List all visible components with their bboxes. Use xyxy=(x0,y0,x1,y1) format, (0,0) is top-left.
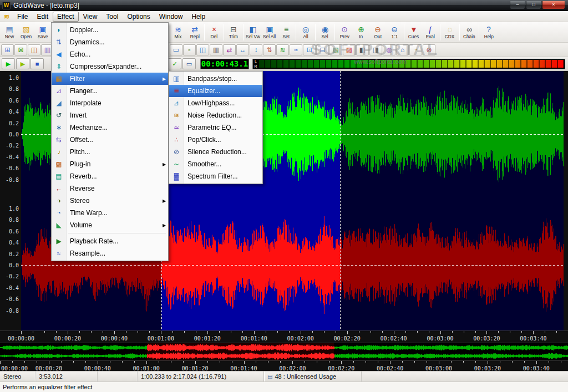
amplitude-label: -0.8 xyxy=(6,307,19,313)
menu-tool[interactable]: Tool xyxy=(102,12,123,22)
menu-help[interactable]: Help xyxy=(187,12,210,22)
snap-left-button[interactable]: ◧ xyxy=(356,44,369,55)
menu-item-mechanize[interactable]: ∗Mechanize... xyxy=(52,121,168,134)
time-ruler[interactable]: 00:00:0000:00:2000:00:4000:01:0000:01:20… xyxy=(0,330,568,343)
menu-item-label: Parametric EQ... xyxy=(184,124,255,131)
monitor-toggle-button[interactable]: ✓ xyxy=(168,58,181,69)
properties-button[interactable]: ◍ xyxy=(383,44,395,55)
menu-options[interactable]: Options xyxy=(123,12,154,22)
ruler-tick xyxy=(533,331,534,334)
menu-item-bandpass-stop[interactable]: ▥Bandpass/stop... xyxy=(169,73,262,85)
help-button[interactable]: ?Help xyxy=(480,23,497,42)
zoom-selection-button[interactable]: ◉Sel xyxy=(317,23,333,42)
new-button[interactable]: ▤New xyxy=(1,23,18,42)
expand-vertical-button[interactable]: ↕ xyxy=(250,44,262,55)
menu-item-smoother[interactable]: ∼Smoother... xyxy=(169,158,262,170)
menu-item-dynamics[interactable]: ⇅Dynamics... xyxy=(52,36,168,48)
amplitude-label: -0.4 xyxy=(6,154,19,160)
select-view-button[interactable]: ◧Sel Vw xyxy=(245,23,261,42)
menu-item-equalizer[interactable]: ≣Equalizer... xyxy=(169,85,262,97)
zoom-all-button[interactable]: ◎All xyxy=(297,23,314,42)
control-window-button[interactable]: ▭ xyxy=(182,58,196,69)
overview-canvas[interactable] xyxy=(0,343,568,360)
menu-item-invert[interactable]: ↺Invert xyxy=(52,109,168,121)
ruler-tick xyxy=(359,331,359,333)
info-button[interactable]: ⊘ xyxy=(423,44,435,55)
menu-file[interactable]: File xyxy=(13,12,32,22)
save-button[interactable]: ▣Save xyxy=(34,23,51,42)
menu-item-reverb[interactable]: ▤Reverb... xyxy=(52,170,168,182)
replace-button[interactable]: ⇄Repl xyxy=(186,23,203,42)
view-grid-button[interactable]: ▥ xyxy=(210,44,222,55)
zoom-1-1-button[interactable]: ⊜1:1 xyxy=(386,23,403,42)
select-all-button[interactable]: ▣Sel All xyxy=(261,23,278,42)
amplitude-label: 0.6 xyxy=(9,228,19,234)
menu-edit[interactable]: Edit xyxy=(32,12,53,22)
trim-button[interactable]: ⊟Trim xyxy=(225,23,242,42)
evaluate-button[interactable]: ƒEval xyxy=(422,23,439,42)
minimize-button[interactable]: – xyxy=(510,1,525,9)
close-button[interactable]: × xyxy=(542,1,565,9)
marker-finish-button[interactable]: ▨ xyxy=(343,44,356,55)
menu-item-plug-in[interactable]: ▩Plug-in▶ xyxy=(52,158,168,170)
menu-item-playback-rate[interactable]: ▶Playback Rate... xyxy=(52,235,168,247)
zoom-in-button[interactable]: ⊕In xyxy=(353,23,369,42)
set-button[interactable]: ≡Set xyxy=(278,23,295,42)
marker-start-button[interactable]: ▧ xyxy=(329,44,342,55)
play-button[interactable]: ▶ xyxy=(2,58,15,69)
menu-item-volume[interactable]: ◣Volume▶ xyxy=(52,219,168,231)
menu-item-silence-reduction[interactable]: ⊘Silence Reduction... xyxy=(169,146,262,158)
mix-icon: ≋ xyxy=(175,25,181,34)
menu-window[interactable]: Window xyxy=(155,12,187,22)
menu-item-filter[interactable]: ▦Filter▶ xyxy=(52,73,168,85)
cues-button[interactable]: ▼Cues xyxy=(405,23,422,42)
view-selection-button[interactable]: ▫ xyxy=(183,44,196,55)
timer-button[interactable]: ◔ xyxy=(409,44,422,55)
menu-view[interactable]: View xyxy=(79,12,102,22)
open-button[interactable]: ▧Open xyxy=(18,23,34,42)
menu-item-resample[interactable]: ≈Resample... xyxy=(52,247,168,259)
menu-item-compressor-expander[interactable]: ⇕Compressor/Expander... xyxy=(52,60,168,73)
mute-button[interactable]: ◫ xyxy=(28,44,40,55)
scroll-lock-button[interactable]: ⇅ xyxy=(263,44,276,55)
zoom-out-icon: ⊖ xyxy=(374,25,381,34)
swap-channels-button[interactable]: ⇄ xyxy=(223,44,236,55)
menu-item-pitch[interactable]: ♪Pitch... xyxy=(52,146,168,158)
wave-view-button[interactable]: ≋ xyxy=(276,44,289,55)
spectrum-view-button[interactable]: ≈ xyxy=(290,44,302,55)
menu-item-low-highpass[interactable]: ⊿Low/Highpass... xyxy=(169,97,262,109)
zoom-previous-button[interactable]: ⊙Prev xyxy=(336,23,353,42)
view-channels-button[interactable]: ◫ xyxy=(196,44,209,55)
paste-new-button[interactable]: ⊞ xyxy=(1,44,14,55)
menu-effect[interactable]: Effect xyxy=(53,12,78,22)
menu-item-echo[interactable]: ◀Echo... xyxy=(52,48,168,60)
menu-item-offset[interactable]: ⇆Offset... xyxy=(52,134,168,146)
menu-item-flanger[interactable]: ⊿Flanger... xyxy=(52,85,168,97)
menu-item-doppler[interactable]: ◗Doppler... xyxy=(52,24,168,36)
stop-button[interactable]: ■ xyxy=(31,58,44,69)
zoom-time-10-button[interactable]: ⊡ xyxy=(303,44,316,55)
menu-item-pop-click[interactable]: ∴Pop/Click... xyxy=(169,134,262,146)
cdx-button[interactable]: ◌CDX xyxy=(442,23,458,42)
menu-item-spectrum-filter[interactable]: ▓Spectrum Filter... xyxy=(169,170,262,182)
mix-button[interactable]: ≋Mix xyxy=(170,23,186,42)
menu-item-time-warp[interactable]: ◔Time Warp... xyxy=(52,207,168,219)
chain-button[interactable]: ∞Chain xyxy=(461,23,478,42)
menu-item-interpolate[interactable]: ◢Interpolate xyxy=(52,97,168,109)
crossfade-button[interactable]: ⊠ xyxy=(14,44,27,55)
play-all-button[interactable]: ▶ xyxy=(16,58,29,69)
menu-item-reverse[interactable]: ←Reverse xyxy=(52,182,168,195)
menu-item-noise-reduction[interactable]: ≋Noise Reduction... xyxy=(169,109,262,121)
device-controls-button[interactable]: ⌂ xyxy=(396,44,409,55)
menu-item-parametric-eq[interactable]: ≃Parametric EQ... xyxy=(169,121,262,134)
delete-button[interactable]: ×Del xyxy=(206,23,222,42)
maximize-button[interactable]: □ xyxy=(526,1,541,9)
view-all-button[interactable]: ▭ xyxy=(170,44,182,55)
ruler-tick xyxy=(44,331,45,333)
expand-horizontal-button[interactable]: ↔ xyxy=(236,44,249,55)
zoom-out-button[interactable]: ⊖Out xyxy=(369,23,386,42)
save-icon: ▣ xyxy=(39,25,46,34)
snap-right-button[interactable]: ◨ xyxy=(369,44,382,55)
menu-item-stereo[interactable]: ◑Stereo▶ xyxy=(52,195,168,207)
zoom-time-1-button[interactable]: ⊟ xyxy=(316,44,329,55)
